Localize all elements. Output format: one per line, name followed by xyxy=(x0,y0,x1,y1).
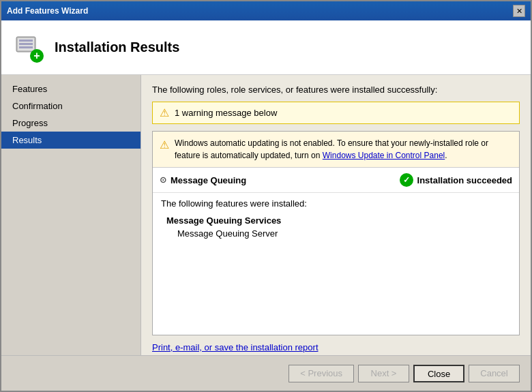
installed-intro: The following features were installed: xyxy=(153,193,519,214)
svg-text:+: + xyxy=(33,50,40,61)
wizard-window: Add Features Wizard ✕ + Installation Res… xyxy=(0,0,532,392)
header-area: + Installation Results xyxy=(1,20,531,75)
window-title: Add Features Wizard xyxy=(7,6,88,16)
svg-rect-3 xyxy=(19,43,33,45)
svg-rect-2 xyxy=(19,40,33,42)
info-box: ⚠ Windows automatic updating is not enab… xyxy=(152,131,520,335)
cancel-button[interactable]: Cancel xyxy=(469,365,520,382)
warning-banner: ⚠ 1 warning message below xyxy=(152,102,520,124)
feature-label: Message Queuing xyxy=(171,175,246,185)
success-text: The following roles, role services, or f… xyxy=(152,85,520,95)
title-bar: Add Features Wizard ✕ xyxy=(1,1,531,20)
svg-rect-4 xyxy=(19,46,33,48)
next-button[interactable]: Next > xyxy=(358,365,409,382)
warning-detail-row: ⚠ Windows automatic updating is not enab… xyxy=(153,132,519,168)
success-badge: ✓ Installation succeeded xyxy=(400,173,512,187)
previous-button[interactable]: < Previous xyxy=(289,365,354,382)
warning-detail-text: Windows automatic updating is not enable… xyxy=(175,137,512,162)
header-icon: + xyxy=(12,31,45,64)
windows-update-link[interactable]: Windows Update in Control Panel xyxy=(323,151,445,160)
installation-status: Installation succeeded xyxy=(417,175,512,185)
installed-service: Message Queuing Services xyxy=(153,214,519,227)
sidebar: Features Confirmation Progress Results xyxy=(1,75,141,355)
window-close-button[interactable]: ✕ xyxy=(513,5,525,17)
collapse-icon[interactable]: ⊙ xyxy=(160,175,166,185)
print-link[interactable]: Print, e-mail, or save the installation … xyxy=(152,342,520,352)
sidebar-item-progress[interactable]: Progress xyxy=(1,115,141,132)
success-icon: ✓ xyxy=(400,173,413,187)
sidebar-item-features[interactable]: Features xyxy=(1,80,141,97)
close-button[interactable]: Close xyxy=(413,365,464,382)
feature-row: ⊙ Message Queuing ✓ Installation succeed… xyxy=(153,168,519,193)
warning-icon: ⚠ xyxy=(160,106,169,119)
installed-server: Message Queuing Server xyxy=(153,227,519,240)
sidebar-item-confirmation[interactable]: Confirmation xyxy=(1,97,141,115)
page-title: Installation Results xyxy=(55,40,179,55)
footer: < Previous Next > Close Cancel xyxy=(1,355,531,391)
main-content: The following roles, role services, or f… xyxy=(141,75,531,355)
warning-detail-icon: ⚠ xyxy=(160,137,169,153)
feature-name-group: ⊙ Message Queuing xyxy=(160,175,246,185)
content-area: Features Confirmation Progress Results T… xyxy=(1,75,531,355)
sidebar-item-results[interactable]: Results xyxy=(1,132,141,149)
warning-count: 1 warning message below xyxy=(175,108,277,118)
